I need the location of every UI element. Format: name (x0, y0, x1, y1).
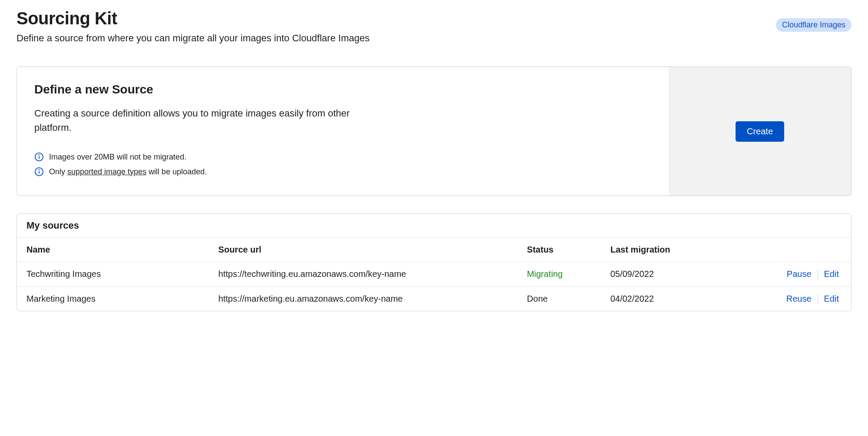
action-edit[interactable]: Edit (822, 294, 842, 303)
table-row: Techwriting Imageshttps://techwriting.eu… (17, 262, 851, 287)
col-status: Status (518, 238, 601, 262)
source-last-migration: 04/02/2022 (601, 286, 718, 311)
table-row: Marketing Imageshttps://marketing.eu.ama… (17, 286, 851, 311)
source-url: https://marketing.eu.amazonaws.com/key-n… (209, 286, 518, 311)
supported-types-link[interactable]: supported image types (67, 167, 146, 176)
info-icon (34, 167, 44, 176)
info-text-pre: Only (49, 167, 67, 176)
action-primary[interactable]: Reuse (784, 294, 814, 303)
source-status: Migrating (518, 262, 601, 287)
action-divider (818, 294, 818, 304)
info-supported-types: Only supported image types will be uploa… (34, 167, 651, 176)
product-badge: Cloudflare Images (776, 18, 851, 32)
page-title: Sourcing Kit (17, 9, 370, 28)
info-text-post: will be uploaded. (146, 167, 207, 176)
source-actions: ReuseEdit (718, 286, 851, 311)
source-name: Marketing Images (17, 286, 209, 311)
sources-title: My sources (17, 214, 851, 238)
source-name: Techwriting Images (17, 262, 209, 287)
info-size-limit: Images over 20MB will not be migrated. (34, 152, 651, 162)
svg-point-2 (39, 155, 40, 155)
panel-heading: Define a new Source (34, 83, 651, 97)
action-divider (818, 270, 818, 280)
source-last-migration: 05/09/2022 (601, 262, 718, 287)
col-last: Last migration (601, 238, 718, 262)
action-edit[interactable]: Edit (822, 269, 842, 279)
info-size-limit-text: Images over 20MB will not be migrated. (49, 153, 186, 162)
sources-table: Name Source url Status Last migration Te… (17, 238, 851, 311)
col-url: Source url (209, 238, 518, 262)
col-actions (718, 238, 851, 262)
source-url: https://techwriting.eu.amazonaws.com/key… (209, 262, 518, 287)
col-name: Name (17, 238, 209, 262)
info-icon (34, 152, 44, 162)
info-supported-types-text: Only supported image types will be uploa… (49, 167, 207, 176)
define-source-panel: Define a new Source Creating a source de… (17, 67, 851, 196)
page-subtitle: Define a source from where you can migra… (17, 33, 370, 44)
panel-description: Creating a source definition allows you … (34, 106, 382, 135)
source-status: Done (518, 286, 601, 311)
source-actions: PauseEdit (718, 262, 851, 287)
svg-point-5 (39, 170, 40, 170)
create-button[interactable]: Create (736, 121, 784, 142)
action-primary[interactable]: Pause (784, 269, 814, 279)
my-sources-panel: My sources Name Source url Status Last m… (17, 213, 851, 311)
